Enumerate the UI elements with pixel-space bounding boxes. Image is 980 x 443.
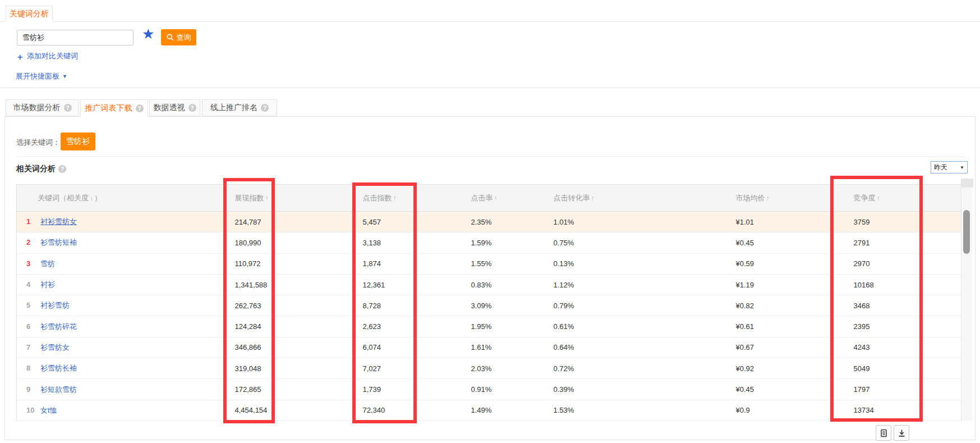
col-header-impression-index[interactable]: 展现指数↑ (217, 185, 346, 212)
col-header-keyword[interactable]: 关键词（相关度↓） (17, 185, 217, 212)
ctr-value: 0.83% (456, 274, 537, 295)
favorite-star-icon[interactable]: ★ (142, 27, 154, 41)
help-icon[interactable]: ? (261, 104, 269, 112)
download-icon (898, 429, 906, 437)
ctr-value: 0.91% (456, 379, 537, 400)
ctr-value: 1.55% (456, 253, 537, 274)
col-header-click-index[interactable]: 点击指数↑ (346, 185, 456, 212)
expand-quick-panel-link[interactable]: 展开快捷面板 ▼ (16, 71, 67, 81)
help-icon[interactable]: ? (58, 165, 66, 173)
sort-asc-icon: ↑ (494, 194, 498, 202)
query-button-label: 查询 (177, 33, 191, 43)
table-row: 9衫短款雪纺 172,865 1,739 0.91% 0.39% ¥0.45 1… (17, 379, 961, 400)
competition-value: 2395 (836, 316, 961, 337)
keyword-link[interactable]: 女t恤 (40, 406, 57, 414)
rank-number: 4 (26, 280, 40, 289)
ctr-value: 1.59% (456, 232, 537, 253)
keyword-link[interactable]: 衫短款雪纺 (40, 385, 77, 394)
competition-value: 2791 (836, 232, 961, 253)
table-row: 1衬衫雪纺女 214,787 5,457 2.35% 1.01% ¥1.01 3… (17, 212, 961, 232)
related-words-table: 关键词（相关度↓） 展现指数↑ 点击指数↑ 点击率↑ 点击转化率↑ 市场均价↑ … (16, 184, 961, 421)
avg-price-value: ¥0.59 (719, 253, 836, 274)
impression-index-value: 124,284 (217, 316, 346, 337)
rank-number: 7 (26, 343, 40, 351)
keyword-link[interactable]: 衬衫 (40, 280, 55, 289)
sort-asc-icon: ↑ (766, 194, 770, 202)
table-header-row: 关键词（相关度↓） 展现指数↑ 点击指数↑ 点击率↑ 点击转化率↑ 市场均价↑ … (17, 185, 961, 212)
keyword-link[interactable]: 衬衫雪纺 (40, 301, 70, 309)
cvr-value: 1.53% (537, 400, 719, 421)
impression-index-value: 4,454,154 (217, 400, 346, 421)
competition-value: 1797 (836, 379, 961, 400)
click-index-value: 8,728 (346, 295, 456, 316)
download-table-button[interactable] (894, 425, 909, 441)
competition-value: 5049 (836, 358, 961, 379)
keyword-link[interactable]: 衫雪纺碎花 (40, 322, 77, 331)
avg-price-value: ¥1.01 (719, 212, 836, 232)
competition-value: 3468 (836, 295, 961, 316)
table-row: 2衫雪纺短袖 180,990 3,138 1.59% 0.75% ¥0.45 2… (17, 232, 961, 253)
competition-value: 3759 (836, 212, 961, 232)
cvr-value: 1.12% (537, 274, 719, 295)
search-icon (167, 34, 174, 41)
keyword-analysis-screen: 关键词分析 ★ 查询 ＋ 添加对比关键词 展开快捷面板 ▼ 市场数据分析 ? 推… (0, 0, 980, 443)
rank-number: 3 (26, 259, 40, 268)
help-icon[interactable]: ? (64, 104, 72, 112)
competition-value: 4243 (836, 337, 961, 358)
avg-price-value: ¥0.45 (719, 232, 836, 253)
tab-market-data-analysis[interactable]: 市场数据分析 ? (6, 99, 79, 116)
cvr-value: 0.64% (537, 337, 719, 358)
tab-online-promotion-ranking[interactable]: 线上推广排名 ? (202, 99, 277, 116)
table-row: 6衫雪纺碎花 124,284 2,623 1.95% 0.61% ¥0.61 2… (17, 316, 961, 337)
col-header-cvr[interactable]: 点击转化率↑ (537, 185, 719, 212)
ctr-value: 2.35% (456, 212, 537, 232)
divider (16, 156, 965, 157)
query-button[interactable]: 查询 (161, 29, 196, 45)
click-index-value: 7,027 (346, 358, 456, 379)
main-panel: 选择关键词： 雪纺衫 相关词分析 ? 昨天 ▼ 关键词（相关度↓） 展现指数↑ … (4, 116, 976, 440)
rank-number: 10 (26, 406, 40, 414)
col-header-competition[interactable]: 竞争度↑ (836, 185, 961, 212)
keyword-link[interactable]: 衫雪纺女 (40, 343, 70, 351)
impression-index-value: 262,763 (217, 295, 346, 316)
keyword-link[interactable]: 雪纺 (40, 259, 55, 268)
rank-number: 2 (26, 238, 40, 246)
help-icon[interactable]: ? (136, 104, 144, 112)
date-range-select[interactable]: 昨天 ▼ (931, 161, 968, 173)
keyword-search-input[interactable] (17, 30, 134, 45)
help-icon[interactable]: ? (188, 104, 196, 112)
tab-data-pivot[interactable]: 数据透视 ? (149, 99, 200, 116)
related-words-table-body: 1衬衫雪纺女 214,787 5,457 2.35% 1.01% ¥1.01 3… (17, 212, 961, 421)
click-index-value: 3,138 (346, 232, 456, 253)
competition-value: 13734 (836, 400, 961, 421)
sort-asc-icon: ↑ (393, 194, 397, 202)
expand-panel-label: 展开快捷面板 (16, 71, 59, 81)
tab-strip-divider (0, 21, 980, 22)
tab-promotion-wordlist-download[interactable]: 推广词表下载 ? (80, 99, 148, 117)
avg-price-value: ¥0.82 (719, 295, 836, 316)
cvr-value: 0.61% (537, 316, 719, 337)
competition-value: 2970 (836, 253, 961, 274)
keyword-link[interactable]: 衫雪纺短袖 (40, 238, 77, 246)
keyword-link[interactable]: 衫雪纺长袖 (40, 364, 77, 372)
avg-price-value: ¥0.92 (719, 358, 836, 379)
table-row: 7衫雪纺女 346,866 6,074 1.61% 0.64% ¥0.67 42… (17, 337, 961, 358)
table-row: 8衫雪纺长袖 319,048 7,027 2.03% 0.72% ¥0.92 5… (17, 358, 961, 379)
impression-index-value: 1,341,588 (217, 274, 346, 295)
click-index-value: 1,874 (346, 253, 456, 274)
copy-table-button[interactable] (876, 425, 891, 441)
section-title-text: 相关词分析 (16, 164, 56, 174)
table-row: 4衬衫 1,341,588 12,361 0.83% 1.12% ¥1.19 1… (17, 274, 961, 295)
avg-price-value: ¥1.19 (719, 274, 836, 295)
col-header-ctr[interactable]: 点击率↑ (456, 185, 537, 212)
add-compare-keyword-link[interactable]: ＋ 添加对比关键词 (16, 51, 78, 61)
col-header-avg-price[interactable]: 市场均价↑ (719, 185, 836, 212)
ctr-value: 1.49% (456, 400, 537, 421)
sort-asc-icon: ↑ (265, 194, 269, 202)
tab-keyword-analysis[interactable]: 关键词分析 (6, 6, 53, 22)
click-index-value: 6,074 (346, 337, 456, 358)
selected-keyword-button[interactable]: 雪纺衫 (61, 133, 95, 150)
tab-label: 线上推广排名 (210, 103, 257, 113)
keyword-link[interactable]: 衬衫雪纺女 (40, 217, 77, 226)
scrollbar-thumb[interactable] (963, 210, 970, 254)
